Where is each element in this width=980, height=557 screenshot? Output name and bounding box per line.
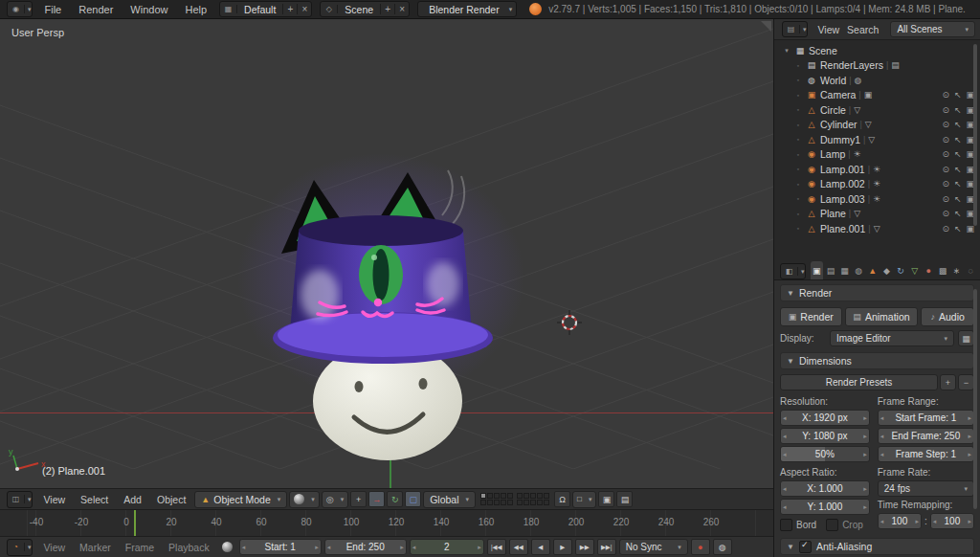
dimensions-section-header[interactable]: ▼ Dimensions (780, 352, 974, 369)
eye-icon[interactable]: ⊙ (942, 135, 949, 145)
layer-cell[interactable] (523, 493, 529, 499)
tab-modifiers[interactable]: ↻ (894, 261, 907, 279)
aspect-y-field[interactable]: Y: 1.000 (780, 499, 870, 515)
menu-help[interactable]: Help (177, 4, 214, 15)
outliner-item-label[interactable]: Lamp.002 (820, 178, 865, 189)
cursor-icon[interactable]: ↖ (954, 90, 962, 100)
outliner-item-label[interactable]: Plane.001 (820, 223, 865, 234)
timeline-ruler[interactable]: -40 -20 0 20 40 60 80 100 120 140 160 18… (0, 509, 773, 536)
viewport-shading-select[interactable]: ▾ (289, 491, 320, 508)
menu-search-outliner[interactable]: Search (847, 24, 879, 35)
outliner-item-label[interactable]: RenderLayers (820, 59, 883, 71)
layer-cell[interactable] (507, 500, 513, 505)
expand-icon[interactable]: ◦ (793, 181, 803, 188)
tab-data[interactable]: ▽ (908, 261, 922, 279)
next-keyframe-button[interactable]: ▶▶ (575, 539, 594, 555)
end-frame-field[interactable]: End: 250 (324, 539, 407, 555)
cursor-icon[interactable]: ↖ (954, 194, 962, 204)
outliner-scrollbar[interactable] (973, 44, 977, 226)
outliner-row-dummy1[interactable]: ◦ △ Dummy1 | ▽ ⊙↖▣ (774, 132, 980, 147)
layer-cell[interactable] (501, 493, 506, 499)
outliner-item-label[interactable]: Lamp.003 (820, 193, 865, 205)
resolution-y-field[interactable]: Y: 1080 px (780, 428, 870, 444)
menu-select[interactable]: Select (74, 494, 115, 505)
start-frame-field-props[interactable]: Start Frame: 1 (878, 410, 974, 426)
layer-cell[interactable] (494, 500, 500, 505)
render-engine-select[interactable]: Blender Render ▾ (417, 1, 517, 17)
delete-layout-button[interactable]: × (297, 4, 311, 14)
expand-icon[interactable]: ◦ (793, 151, 803, 158)
menu-view[interactable]: View (37, 494, 73, 505)
resolution-percent-slider[interactable]: 50% (780, 446, 870, 462)
editor-type-button-3d[interactable]: ◫ ▾ (7, 491, 33, 508)
play-reverse-button[interactable]: ◀ (531, 539, 550, 555)
expand-icon[interactable]: ▾ (782, 47, 791, 55)
delete-scene-button[interactable]: × (394, 4, 409, 14)
frame-rate-select[interactable]: 24 fps ▾ (878, 480, 974, 497)
layer-cell[interactable] (487, 500, 493, 505)
region-corner-widget[interactable] (761, 21, 771, 32)
outliner-item-label[interactable]: Scene (809, 45, 837, 56)
editor-type-button-timeline[interactable]: ◔ ▾ (7, 539, 33, 556)
record-button[interactable]: ● (691, 539, 710, 555)
render-button[interactable]: ▣ Render (780, 307, 842, 326)
jump-to-start-button[interactable]: |◀◀ (487, 539, 506, 555)
mode-select[interactable]: ▲ Object Mode ▾ (194, 491, 287, 508)
scene-name[interactable]: Scene (338, 4, 380, 15)
end-frame-field-props[interactable]: End Frame: 250 (878, 428, 974, 444)
expand-icon[interactable]: ◦ (793, 225, 803, 232)
scene-selector[interactable]: ◇ Scene + × (320, 1, 410, 17)
menu-frame[interactable]: Frame (120, 542, 160, 553)
start-frame-field[interactable]: Start: 1 (239, 539, 322, 555)
tab-material[interactable]: ● (923, 261, 936, 279)
layer-cell[interactable] (517, 493, 523, 499)
current-frame-marker[interactable] (134, 510, 136, 537)
tab-render-layers[interactable]: ▤ (824, 261, 837, 279)
resolution-x-field[interactable]: X: 1920 px (780, 410, 870, 426)
audio-button[interactable]: ♪ Audio (921, 307, 974, 326)
rotate-manipulator[interactable]: ↻ (387, 491, 403, 507)
layer-cell[interactable] (537, 500, 543, 505)
outliner-row-plane[interactable]: ◦ △ Plane | ▽ ⊙↖▣ (774, 207, 980, 222)
expand-icon[interactable]: ◦ (793, 122, 803, 128)
eye-icon[interactable]: ⊙ (942, 165, 949, 174)
outliner-row-lamp002[interactable]: ◦ ◉ Lamp.002 | ☀ ⊙↖▣ (774, 177, 980, 192)
animation-button[interactable]: ▤ Animation (845, 307, 919, 326)
cursor-icon[interactable]: ↖ (954, 105, 962, 115)
layout-selector[interactable]: ▦ Default + × (219, 1, 312, 17)
layer-cell[interactable] (544, 493, 549, 499)
translate-manipulator[interactable]: → (368, 491, 385, 507)
pivot-select[interactable]: ◎ ▾ (322, 491, 348, 508)
outliner-item-label[interactable]: Plane (820, 208, 846, 219)
outliner-row-world[interactable]: ◦ ◍ World | ◍ (774, 73, 980, 88)
display-mode-select[interactable]: All Scenes ▾ (890, 21, 975, 37)
outliner-row-lamp001[interactable]: ◦ ◉ Lamp.001 | ☀ ⊙↖▣ (774, 162, 980, 177)
outliner-item-label[interactable]: Lamp.001 (820, 164, 865, 175)
layer-cell[interactable] (544, 500, 549, 505)
menu-view-tl[interactable]: View (38, 542, 72, 553)
menu-object[interactable]: Object (150, 494, 192, 505)
eye-icon[interactable]: ⊙ (942, 105, 949, 115)
crop-checkbox[interactable] (826, 519, 838, 531)
cursor-icon[interactable]: ↖ (954, 120, 962, 129)
current-frame-field[interactable]: 2 (410, 539, 484, 555)
expand-icon[interactable]: ◦ (793, 106, 803, 113)
layer-cell[interactable] (480, 493, 486, 499)
menu-add[interactable]: Add (117, 494, 148, 505)
editor-type-button-props[interactable]: ◧ ▾ (780, 263, 806, 279)
outliner-item-label[interactable]: Cylinder (820, 119, 858, 130)
expand-icon[interactable]: ◦ (793, 136, 803, 143)
editor-type-button-outliner[interactable]: ▤ ▾ (782, 21, 808, 37)
eye-icon[interactable]: ⊙ (942, 194, 949, 204)
tab-particles[interactable]: ∗ (950, 261, 964, 279)
remap-new-field[interactable]: 100 (930, 513, 974, 529)
layer-cell[interactable] (517, 500, 523, 505)
outliner-row-camera[interactable]: ◦ ▣ Camera | ▣ ⊙↖▣ (774, 88, 980, 103)
properties-scrollbar[interactable] (973, 289, 977, 509)
jump-to-end-button[interactable]: ▶▶| (597, 539, 616, 555)
eye-icon[interactable]: ⊙ (942, 179, 949, 189)
menu-file[interactable]: File (37, 4, 70, 15)
tab-scene[interactable]: ▦ (838, 261, 852, 279)
3d-viewport[interactable]: x y User Persp (2) Plane.001 ◫ ▾ View Se… (0, 19, 773, 509)
tab-world[interactable]: ◍ (852, 261, 865, 279)
